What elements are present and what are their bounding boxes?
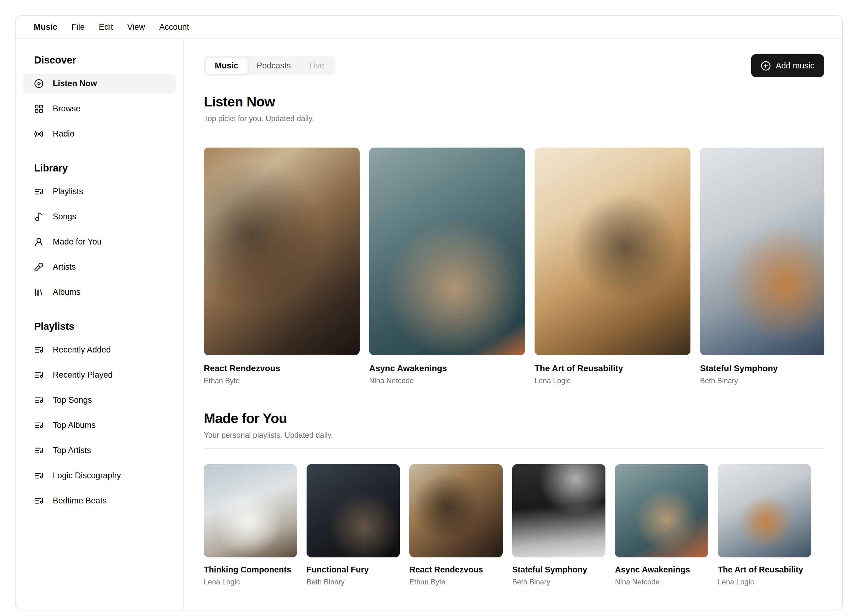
tab-live: Live <box>300 58 334 74</box>
sidebar-item-label: Browse <box>53 104 81 113</box>
list-music-icon <box>34 420 44 430</box>
sidebar-item-label: Recently Played <box>53 370 113 380</box>
album-artist: Nina Netcode <box>615 577 708 586</box>
album-card: Functional Fury Beth Binary <box>306 464 400 586</box>
sidebar-item-playlists[interactable]: Playlists <box>23 182 176 201</box>
tab-podcasts[interactable]: Podcasts <box>248 58 300 74</box>
sidebar-item-artists[interactable]: Artists <box>23 258 176 276</box>
album-cover[interactable] <box>615 464 708 557</box>
sidebar-item-browse[interactable]: Browse <box>23 99 176 118</box>
sidebar-item-label: Radio <box>53 129 75 139</box>
album-artist: Lena Logic <box>718 577 811 586</box>
sidebar-item-albums[interactable]: Albums <box>23 282 176 301</box>
album-cover[interactable] <box>700 147 824 355</box>
sidebar-section-discover: Discover Listen Now Browse <box>23 54 176 143</box>
menu-music[interactable]: Music <box>27 16 64 39</box>
list-music-icon <box>34 496 44 506</box>
menu-file[interactable]: File <box>64 16 92 39</box>
sidebar-section-title: Playlists <box>34 321 176 332</box>
sidebar: Discover Listen Now Browse <box>16 39 184 610</box>
circle-plus-icon <box>761 61 771 71</box>
main-content: Music Podcasts Live Add music Listen Now… <box>184 39 842 610</box>
album-artist: Ethan Byte <box>409 577 503 586</box>
album-card: Async Awakenings Nina Netcode <box>615 464 708 586</box>
sidebar-item-radio[interactable]: Radio <box>23 124 176 143</box>
album-title: React Rendezvous <box>409 565 503 575</box>
sidebar-section-title: Library <box>34 162 176 174</box>
sidebar-item-label: Listen Now <box>53 79 97 88</box>
menubar: Music File Edit View Account <box>16 16 842 39</box>
album-artist: Lena Logic <box>535 376 690 385</box>
album-card: Async Awakenings Nina Netcode <box>369 147 525 385</box>
radio-icon <box>34 129 44 139</box>
user-icon <box>34 237 44 247</box>
divider <box>204 448 824 449</box>
album-card: React Rendezvous Ethan Byte <box>409 464 503 586</box>
sidebar-item-top-songs[interactable]: Top Songs <box>23 391 176 410</box>
album-title: The Art of Reusability <box>535 363 690 374</box>
album-title: Thinking Components <box>204 565 297 575</box>
sidebar-item-label: Logic Discography <box>53 471 121 480</box>
album-cover[interactable] <box>718 464 811 557</box>
divider <box>204 132 824 132</box>
album-cover[interactable] <box>535 147 690 355</box>
album-card: The Art of Reusability Lena Logic <box>535 147 690 385</box>
album-title: React Rendezvous <box>204 363 360 374</box>
sidebar-item-top-artists[interactable]: Top Artists <box>23 441 176 460</box>
album-cover[interactable] <box>409 464 503 557</box>
album-cover[interactable] <box>204 147 360 355</box>
screen: Music File Edit View Account Discover Li… <box>0 0 858 616</box>
menu-view[interactable]: View <box>120 16 152 39</box>
album-title: Stateful Symphony <box>700 363 824 374</box>
list-music-icon <box>34 187 44 196</box>
made-for-you-covers-row: Thinking Components Lena Logic Functiona… <box>204 464 824 586</box>
tab-music[interactable]: Music <box>205 58 248 74</box>
album-cover[interactable] <box>512 464 605 557</box>
sidebar-item-label: Recently Added <box>53 345 111 355</box>
microphone-icon <box>34 262 44 272</box>
album-cover[interactable] <box>369 147 525 355</box>
content-tabs: Music Podcasts Live <box>204 56 336 76</box>
add-music-label: Add music <box>776 61 814 71</box>
sidebar-item-recently-added[interactable]: Recently Added <box>23 340 176 359</box>
sidebar-item-top-albums[interactable]: Top Albums <box>23 416 176 435</box>
sidebar-item-label: Artists <box>53 262 76 272</box>
sidebar-item-label: Top Artists <box>53 446 91 455</box>
play-circle-icon <box>34 79 44 88</box>
sidebar-item-recently-played[interactable]: Recently Played <box>23 365 176 385</box>
sidebar-item-label: Made for You <box>53 237 101 247</box>
music-app-window: Music File Edit View Account Discover Li… <box>15 15 843 610</box>
album-card: Thinking Components Lena Logic <box>204 464 297 586</box>
album-cover[interactable] <box>306 464 400 557</box>
list-music-icon <box>34 446 44 455</box>
menu-edit[interactable]: Edit <box>92 16 120 39</box>
album-cover[interactable] <box>204 464 297 557</box>
album-title: Async Awakenings <box>615 565 708 575</box>
music-note-icon <box>34 212 44 222</box>
section-subtitle: Your personal playlists. Updated daily. <box>204 430 824 440</box>
album-artist: Lena Logic <box>204 577 297 586</box>
sidebar-item-listen-now[interactable]: Listen Now <box>23 74 176 93</box>
add-music-button[interactable]: Add music <box>751 54 824 77</box>
section-title-made-for-you: Made for You <box>204 411 824 426</box>
sidebar-item-logic-discography[interactable]: Logic Discography <box>23 466 176 485</box>
sidebar-item-label: Playlists <box>53 187 83 196</box>
listen-now-covers-row: React Rendezvous Ethan Byte Async Awaken… <box>204 147 824 385</box>
layout-grid-icon <box>34 104 44 113</box>
menu-account[interactable]: Account <box>152 16 196 39</box>
album-artist: Ethan Byte <box>204 376 360 385</box>
sidebar-item-bedtime-beats[interactable]: Bedtime Beats <box>23 491 176 510</box>
album-artist: Beth Binary <box>306 577 400 586</box>
sidebar-item-made-for-you[interactable]: Made for You <box>23 232 176 251</box>
list-music-icon <box>34 471 44 480</box>
album-artist: Beth Binary <box>700 376 824 385</box>
section-subtitle: Top picks for you. Updated daily. <box>204 114 824 123</box>
list-music-icon <box>34 345 44 355</box>
section-title-listen-now: Listen Now <box>204 94 824 110</box>
album-card: Stateful Symphony Beth Binary <box>512 464 605 586</box>
sidebar-item-label: Top Albums <box>53 420 96 430</box>
sidebar-section-library: Library Playlists Songs <box>23 162 176 301</box>
sidebar-item-label: Bedtime Beats <box>53 496 107 506</box>
sidebar-item-songs[interactable]: Songs <box>23 207 176 226</box>
sidebar-item-label: Top Songs <box>53 396 92 405</box>
